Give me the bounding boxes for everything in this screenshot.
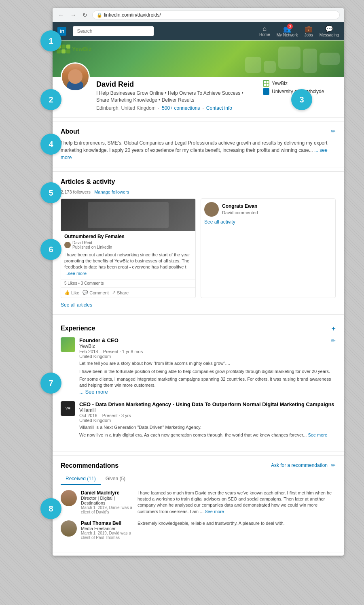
yewbiz-company-icon — [263, 80, 269, 87]
url-bar[interactable]: 🔒 linkedin.com/in/davidreids/ — [92, 11, 340, 19]
exp-see-more-1[interactable]: See more — [308, 432, 327, 437]
step-6: 6 — [40, 239, 61, 260]
about-card-header: About ✏ — [61, 128, 336, 135]
see-all-activity-link[interactable]: See all activity — [204, 219, 332, 225]
rec-role-0: Director | Digital | Destinations — [81, 496, 133, 505]
share-button[interactable]: ↗ Share — [112, 290, 129, 295]
experience-card: Experience + Founder & CEO YewBiz Feb 20… — [53, 318, 344, 452]
exp-title-0: Founder & CEO — [79, 337, 336, 343]
network-badge: 3 — [287, 23, 293, 29]
lock-icon: 🔒 — [97, 13, 102, 18]
article-card: Outnumbered By Females David Reid Publis… — [61, 198, 196, 298]
experience-card-header: Experience + — [61, 325, 336, 333]
like-label: Like — [71, 290, 79, 295]
step-5: 5 — [40, 182, 61, 203]
exp-edit-button-0[interactable]: ✏ — [331, 337, 336, 344]
search-input[interactable] — [73, 26, 154, 36]
rec-see-more-0[interactable]: See more — [205, 509, 224, 514]
nav-jobs[interactable]: 💼 Jobs — [305, 25, 313, 37]
rec-tab-received[interactable]: Received (11) — [61, 473, 101, 485]
congrats-avatar — [204, 202, 219, 217]
exp-company-1: Villamill — [79, 407, 336, 413]
exp-date-1: Oct 2016 – Present · 3 yrs — [79, 413, 336, 418]
exp-details-1: CEO - Data Driven Marketing Agency - Usi… — [79, 401, 336, 439]
company-yewbiz: YewBiz — [263, 80, 336, 87]
ask-recommendation-link[interactable]: Ask for a recommendation — [271, 462, 328, 468]
articles-card: Articles & activity 2,173 followers Mana… — [53, 171, 344, 315]
profile-location: Edinburgh, United Kingdom — [96, 105, 156, 111]
dot-separator-2: · — [203, 105, 204, 111]
experience-add-button[interactable]: + — [331, 325, 336, 333]
about-title: About — [61, 128, 79, 135]
share-icon: ↗ — [112, 290, 116, 295]
profile-headline: I Help Businesses Grow Online • Help Own… — [96, 90, 255, 104]
rec-title: Recommendations — [61, 462, 119, 469]
exp-logo-villamill: VM — [61, 401, 75, 416]
dot-separator: · — [158, 105, 159, 111]
rec-date-1: March 1, 2019, David was a client of Pau… — [81, 531, 133, 540]
exp-location-1: United Kingdom — [79, 418, 336, 423]
nav-home[interactable]: ⌂ Home — [259, 25, 270, 37]
activity-meta: 2,173 followers Manage followers — [61, 190, 336, 194]
about-card: About ✏ I help Entrepreneurs, SME's, Glo… — [53, 121, 344, 168]
exp-item-0: Founder & CEO YewBiz Feb 2018 – Present … — [61, 337, 336, 395]
comment-button[interactable]: 💬 Comment — [83, 290, 109, 295]
rec-item-0: Daniel MacIntyre Director | Digital | De… — [61, 490, 336, 515]
comment-icon: 💬 — [83, 290, 88, 295]
bg-decorative-shapes — [53, 40, 344, 77]
article-author-row: David Reid Published on LinkedIn — [64, 241, 192, 249]
rec-date-0: March 1, 2019, Daniel was a client of Da… — [81, 505, 133, 514]
nav-messaging[interactable]: 💬 Messaging — [320, 25, 339, 37]
network-icon: 👥 3 — [283, 25, 291, 33]
jobs-icon: 💼 — [305, 25, 313, 33]
rec-role-1: Media Freelancer — [81, 526, 133, 531]
nav-network[interactable]: 👥 3 My Network — [277, 25, 298, 37]
exp-item-1: VM CEO - Data Driven Marketing Agency - … — [61, 401, 336, 439]
recommendations-card: Recommendations Ask for a recommendation… — [53, 455, 344, 553]
yewbiz-company-name: YewBiz — [272, 81, 288, 86]
rec-name-0: Daniel MacIntyre — [81, 490, 133, 496]
article-author-avatar — [64, 242, 71, 248]
article-image — [61, 199, 195, 231]
article-title: Outnumbered By Females — [64, 234, 192, 239]
article-see-more[interactable]: ...see more — [64, 271, 87, 276]
experience-title: Experience — [61, 325, 95, 332]
avatar — [61, 62, 90, 92]
activity-grid: Outnumbered By Females David Reid Publis… — [61, 198, 336, 298]
article-body-text: I have been out and about networking sin… — [61, 252, 195, 279]
rec-person-info-1: Paul Thomas Bell Media Freelancer March … — [81, 520, 133, 540]
villamill-logo-text: VM — [65, 406, 71, 411]
exp-title-1: CEO - Data Driven Marketing Agency - Usi… — [79, 401, 336, 407]
url-text: linkedin.com/in/davidreids/ — [104, 12, 161, 18]
exp-see-more-0[interactable]: ... See more — [79, 389, 108, 395]
article-actions: 👍 Like 💬 Comment ↗ Share — [61, 287, 195, 298]
congrats-title: Congrats Ewan — [222, 203, 258, 209]
profile-location-row: Edinburgh, United Kingdom · 500+ connect… — [96, 105, 255, 111]
rec-tab-given[interactable]: Given (5) — [101, 473, 130, 485]
reload-button[interactable]: ↻ — [81, 11, 89, 19]
like-button[interactable]: 👍 Like — [64, 290, 79, 295]
back-button[interactable]: ← — [57, 11, 66, 19]
step-7: 7 — [40, 373, 61, 394]
exp-desc-0c: For some clients, I managed integrated m… — [79, 376, 336, 389]
rec-tabs: Received (11) Given (5) — [61, 473, 336, 485]
followers-count: 2,173 followers — [61, 190, 91, 194]
rec-edit-button[interactable]: ✏ — [331, 462, 336, 469]
step-4: 4 — [40, 134, 61, 155]
connections-link[interactable]: 500+ connections — [162, 105, 200, 111]
linkedin-navbar: in ⌂ Home 👥 3 My Network 💼 Jobs — [53, 22, 344, 40]
see-all-articles-link[interactable]: See all articles — [61, 302, 336, 308]
nav-messaging-label: Messaging — [320, 33, 339, 37]
forward-button[interactable]: → — [69, 11, 78, 19]
manage-followers-link[interactable]: Manage followers — [94, 190, 129, 194]
exp-desc-1b: We now live in a truly digital era. As e… — [79, 432, 336, 438]
nav-network-label: My Network — [277, 33, 298, 37]
step-3: 3 — [291, 89, 312, 110]
contact-info-link[interactable]: Contact info — [206, 105, 232, 111]
rec-text-0: I have learned so much from David over t… — [138, 490, 336, 515]
step-2: 2 — [40, 89, 61, 110]
article-image-inner — [88, 202, 168, 228]
articles-title: Articles & activity — [61, 178, 115, 185]
about-edit-button[interactable]: ✏ — [331, 128, 336, 134]
articles-card-header: Articles & activity — [61, 178, 336, 185]
